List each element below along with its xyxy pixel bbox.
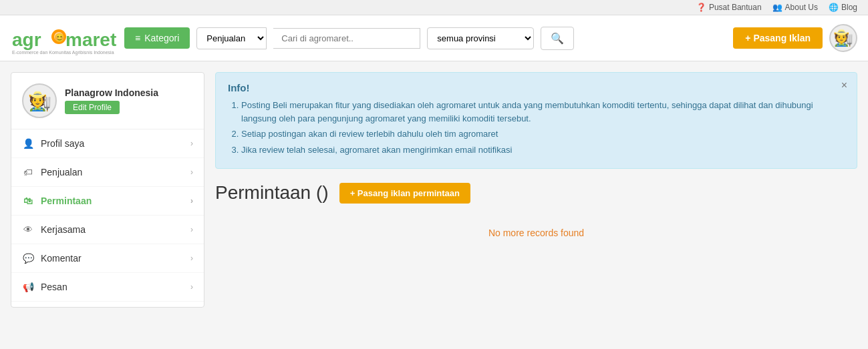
sidebar-profile: 🧑‍🌾 Planagrow Indonesia Edit Profile: [11, 73, 204, 129]
menu-label-komentar: Komentar: [41, 253, 82, 264]
svg-text:😊: 😊: [54, 32, 65, 43]
menu-label-penjualan: Penjualan: [41, 167, 82, 178]
main-layout: 🧑‍🌾 Planagrow Indonesia Edit Profile 👤 P…: [0, 61, 868, 318]
header: agr 😊 maret E-commerce dan Komunitas Agr…: [0, 15, 868, 61]
info-box-title: Info!: [228, 82, 845, 93]
chevron-icon: ›: [190, 254, 193, 263]
info-item-1: Posting Beli merupakan fitur yang disedi…: [241, 99, 845, 125]
menu-icon-permintaan: 🛍: [22, 195, 34, 207]
help-icon: ❓: [696, 3, 706, 12]
content-area: Info! × Posting Beli merupakan fitur yan…: [215, 72, 857, 308]
menu-icon-penjualan: 🏷: [22, 166, 34, 178]
info-item-2: Setiap postingan akan di review terlebih…: [241, 127, 845, 141]
page-title: Permintaan (): [215, 182, 329, 204]
page-title-row: Permintaan () + Pasang iklan permintaan: [215, 182, 857, 204]
blog-link[interactable]: 🌐 Blog: [829, 3, 857, 12]
sidebar-item-kerjasama[interactable]: 👁 Kerjasama ›: [11, 216, 204, 244]
user-avatar[interactable]: 🧑‍🌾: [829, 24, 857, 52]
search-button[interactable]: 🔍: [541, 27, 574, 50]
sidebar-menu-left: 💬 Komentar: [22, 252, 82, 264]
menu-label-kerjasama: Kerjasama: [41, 224, 86, 235]
profile-info: Planagrow Indonesia Edit Profile: [65, 87, 158, 114]
search-input[interactable]: [273, 28, 420, 49]
menu-label-pesan: Pesan: [41, 282, 67, 292]
edit-profile-button[interactable]: Edit Profile: [65, 101, 120, 114]
menu-icon-profil-saya: 👤: [22, 137, 34, 149]
menu-lines-icon: ≡: [135, 33, 140, 43]
sidebar-menu-left: 🛍 Permintaan: [22, 195, 92, 207]
sidebar-item-komentar[interactable]: 💬 Komentar ›: [11, 244, 204, 273]
svg-text:agr: agr: [12, 29, 41, 50]
chevron-icon: ›: [190, 139, 193, 148]
pasang-iklan-permintaan-button[interactable]: + Pasang iklan permintaan: [339, 183, 470, 204]
pusat-bantuan-link[interactable]: ❓ Pusat Bantuan: [696, 3, 762, 12]
pusat-bantuan-label: Pusat Bantuan: [709, 3, 762, 12]
about-us-label: About Us: [785, 3, 818, 12]
province-select[interactable]: semua provinsi DKI Jakarta Jawa Barat: [427, 27, 534, 49]
sidebar-menu-left: 👁 Kerjasama: [22, 224, 86, 236]
people-icon: 👥: [772, 3, 782, 12]
sidebar-item-permintaan[interactable]: 🛍 Permintaan ›: [11, 187, 204, 216]
kategori-label: Kategori: [144, 33, 179, 43]
menu-icon-kerjasama: 👁: [22, 224, 34, 236]
svg-text:E-commerce dan Komunitas Agrib: E-commerce dan Komunitas Agribisnis Indo…: [12, 50, 114, 55]
kategori-button[interactable]: ≡ Kategori: [124, 27, 190, 49]
logo-svg: agr 😊 maret E-commerce dan Komunitas Agr…: [11, 21, 118, 55]
logo[interactable]: agr 😊 maret E-commerce dan Komunitas Agr…: [11, 21, 118, 55]
menu-label-permintaan: Permintaan: [41, 196, 92, 206]
sidebar-item-profil-saya[interactable]: 👤 Profil saya ›: [11, 129, 204, 158]
sidebar-menu-left: 👤 Profil saya: [22, 137, 84, 149]
search-icon: 🔍: [551, 33, 564, 44]
profile-avatar: 🧑‍🌾: [22, 83, 57, 118]
sidebar-item-pesan[interactable]: 📢 Pesan ›: [11, 273, 204, 302]
chevron-icon: ›: [190, 282, 193, 292]
info-box: Info! × Posting Beli merupakan fitur yan…: [215, 72, 857, 169]
topbar: ❓ Pusat Bantuan 👥 About Us 🌐 Blog: [0, 0, 868, 15]
about-us-link[interactable]: 👥 About Us: [772, 3, 818, 12]
svg-text:maret: maret: [65, 29, 116, 50]
menu-icon-komentar: 💬: [22, 252, 34, 264]
avatar-icon: 🧑‍🌾: [28, 90, 51, 112]
chevron-icon: ›: [190, 225, 193, 234]
info-box-list: Posting Beli merupakan fitur yang disedi…: [228, 99, 845, 156]
sidebar: 🧑‍🌾 Planagrow Indonesia Edit Profile 👤 P…: [11, 72, 204, 308]
profile-name: Planagrow Indonesia: [65, 87, 158, 98]
menu-icon-pesan: 📢: [22, 281, 34, 293]
globe-icon: 🌐: [829, 3, 839, 12]
sidebar-menu: 👤 Profil saya › 🏷 Penjualan › 🛍 Perminta…: [11, 129, 204, 302]
info-item-3: Jika review telah selesai, agromaret aka…: [241, 143, 845, 157]
blog-label: Blog: [841, 3, 857, 12]
search-type-select[interactable]: Penjualan Pembelian Kerjasama: [196, 27, 267, 49]
pasang-iklan-label: + Pasang Iklan: [745, 33, 811, 43]
sidebar-menu-left: 📢 Pesan: [22, 281, 67, 293]
chevron-icon: ›: [190, 167, 193, 177]
avatar-image: 🧑‍🌾: [833, 29, 853, 47]
pasang-iklan-button[interactable]: + Pasang Iklan: [733, 27, 823, 49]
sidebar-menu-left: 🏷 Penjualan: [22, 166, 82, 178]
menu-label-profil-saya: Profil saya: [41, 138, 84, 149]
info-close-button[interactable]: ×: [841, 79, 847, 91]
chevron-icon: ›: [190, 196, 193, 206]
sidebar-item-penjualan[interactable]: 🏷 Penjualan ›: [11, 158, 204, 187]
no-records-message: No more records found: [215, 214, 857, 252]
